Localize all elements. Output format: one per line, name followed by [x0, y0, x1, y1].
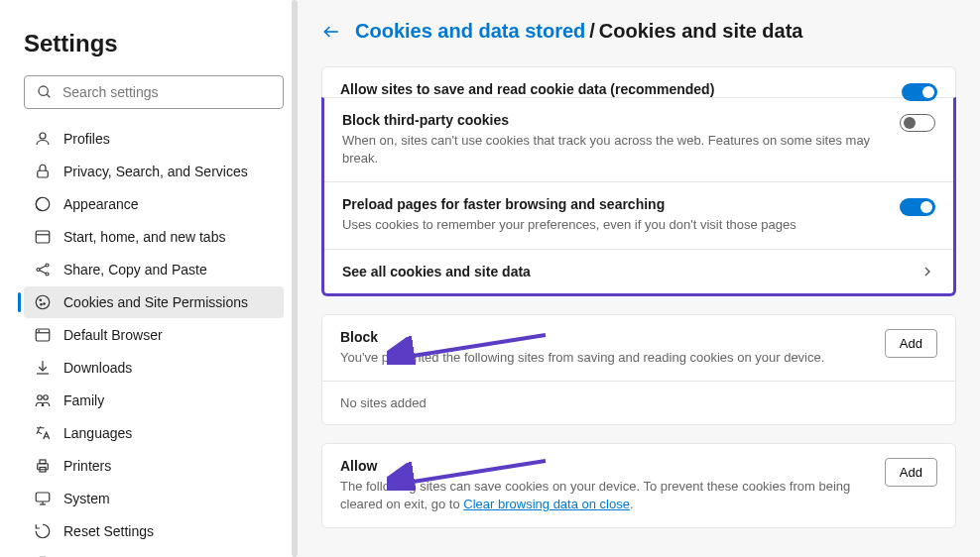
- block-add-button[interactable]: Add: [885, 329, 937, 358]
- allow-cookies-title: Allow sites to save and read cookie data…: [340, 81, 902, 97]
- svg-point-2: [40, 133, 46, 139]
- svg-rect-26: [36, 493, 50, 501]
- sidebar-item-label: Downloads: [63, 360, 132, 376]
- block-third-party-title: Block third-party cookies: [342, 112, 900, 128]
- block-empty-state: No sites added: [322, 381, 955, 424]
- svg-rect-23: [38, 464, 49, 470]
- family-icon: [34, 391, 52, 409]
- svg-rect-16: [36, 329, 50, 341]
- breadcrumb-parent-link[interactable]: Cookies and data stored: [355, 20, 585, 43]
- sidebar-item-reset[interactable]: Reset Settings: [24, 515, 284, 547]
- sidebar-item-label: Default Browser: [63, 327, 163, 343]
- svg-point-14: [44, 303, 46, 305]
- svg-line-1: [47, 94, 50, 97]
- sidebar-item-download[interactable]: Downloads: [24, 352, 284, 384]
- breadcrumb: Cookies and data stored / Cookies and si…: [321, 20, 956, 43]
- preload-toggle[interactable]: [900, 198, 935, 216]
- profile-icon: [34, 130, 52, 148]
- settings-title: Settings: [24, 30, 284, 57]
- sidebar-item-label: Profiles: [63, 131, 110, 147]
- see-all-cookies-link[interactable]: See all cookies and site data: [324, 250, 953, 293]
- browser-icon: [34, 326, 52, 344]
- sidebar-item-lock[interactable]: Privacy, Search, and Services: [24, 156, 284, 187]
- sidebar-item-label: Languages: [63, 425, 132, 441]
- reset-icon: [34, 522, 52, 540]
- allow-add-button[interactable]: Add: [885, 458, 937, 487]
- block-section-title: Block: [340, 329, 871, 345]
- block-section-desc: You've prevented the following sites fro…: [340, 349, 871, 367]
- sidebar-item-language[interactable]: Languages: [24, 417, 284, 449]
- svg-point-21: [38, 395, 43, 400]
- sidebar-item-label: Family: [63, 392, 104, 408]
- main-content: Cookies and data stored / Cookies and si…: [298, 0, 980, 557]
- sidebar-item-label: Start, home, and new tabs: [63, 229, 225, 245]
- cookie-icon: [34, 293, 52, 311]
- search-icon: [37, 84, 53, 100]
- block-third-party-toggle[interactable]: [900, 114, 935, 132]
- sidebar-item-system[interactable]: System: [24, 483, 284, 514]
- allow-section-desc: The following sites can save cookies on …: [340, 478, 871, 513]
- block-section-card: Block You've prevented the following sit…: [321, 314, 956, 425]
- svg-rect-5: [36, 231, 50, 243]
- sidebar-item-printer[interactable]: Printers: [24, 450, 284, 482]
- svg-rect-3: [38, 170, 49, 177]
- share-icon: [34, 261, 52, 278]
- breadcrumb-separator: /: [589, 20, 595, 43]
- svg-point-18: [39, 331, 40, 332]
- svg-line-11: [40, 271, 46, 274]
- allow-section-header: Allow The following sites can save cooki…: [322, 444, 955, 527]
- allow-desc-post: .: [630, 497, 634, 511]
- sidebar-item-appearance[interactable]: Appearance: [24, 188, 284, 220]
- printer-icon: [34, 457, 52, 475]
- window-icon: [34, 228, 52, 246]
- settings-sidebar: Settings ProfilesPrivacy, Search, and Se…: [0, 0, 298, 557]
- svg-point-9: [46, 273, 49, 276]
- sidebar-item-label: Cookies and Site Permissions: [63, 294, 248, 310]
- system-icon: [34, 490, 52, 507]
- sidebar-item-label: Appearance: [63, 196, 139, 212]
- allow-cookies-toggle[interactable]: [902, 83, 937, 101]
- svg-point-12: [36, 295, 50, 309]
- chevron-right-icon: [919, 264, 935, 279]
- sidebar-item-phone[interactable]: Phone and Other Devices: [24, 548, 284, 557]
- svg-point-0: [39, 86, 48, 95]
- language-icon: [34, 424, 52, 442]
- highlighted-settings-card: Block third-party cookies When on, sites…: [321, 97, 956, 296]
- allow-section-title: Allow: [340, 458, 871, 474]
- download-icon: [34, 359, 52, 377]
- sidebar-item-family[interactable]: Family: [24, 385, 284, 416]
- preload-row: Preload pages for faster browsing and se…: [324, 182, 953, 249]
- preload-title: Preload pages for faster browsing and se…: [342, 196, 900, 212]
- svg-point-22: [44, 395, 49, 400]
- see-all-cookies-title: See all cookies and site data: [342, 264, 531, 279]
- svg-point-8: [46, 264, 49, 267]
- clear-browsing-data-link[interactable]: Clear browsing data on close: [463, 497, 630, 511]
- block-third-party-row: Block third-party cookies When on, sites…: [324, 98, 953, 182]
- sidebar-item-label: System: [63, 491, 110, 506]
- block-third-party-desc: When on, sites can't use cookies that tr…: [342, 132, 900, 167]
- sidebar-item-browser[interactable]: Default Browser: [24, 319, 284, 351]
- block-section-header: Block You've prevented the following sit…: [322, 315, 955, 381]
- breadcrumb-current: Cookies and site data: [599, 20, 803, 43]
- svg-point-15: [41, 304, 43, 306]
- sidebar-item-label: Share, Copy and Paste: [63, 262, 207, 278]
- back-arrow-icon[interactable]: [321, 22, 341, 42]
- allow-section-card: Allow The following sites can save cooki…: [321, 443, 956, 528]
- sidebar-item-label: Privacy, Search, and Services: [63, 164, 248, 179]
- appearance-icon: [34, 195, 52, 213]
- sidebar-item-window[interactable]: Start, home, and new tabs: [24, 221, 284, 253]
- sidebar-item-share[interactable]: Share, Copy and Paste: [24, 254, 284, 285]
- search-input[interactable]: [62, 84, 271, 100]
- sidebar-item-cookie[interactable]: Cookies and Site Permissions: [24, 286, 284, 318]
- sidebar-item-label: Printers: [63, 458, 111, 474]
- svg-point-13: [40, 299, 42, 301]
- sidebar-item-label: Reset Settings: [63, 523, 154, 539]
- sidebar-item-profile[interactable]: Profiles: [24, 123, 284, 155]
- lock-icon: [34, 163, 52, 180]
- svg-rect-25: [40, 460, 46, 464]
- svg-point-7: [37, 269, 40, 272]
- svg-line-10: [40, 266, 46, 269]
- search-container[interactable]: [24, 75, 284, 109]
- nav-list: ProfilesPrivacy, Search, and ServicesApp…: [24, 123, 284, 557]
- preload-desc: Uses cookies to remember your preference…: [342, 216, 900, 234]
